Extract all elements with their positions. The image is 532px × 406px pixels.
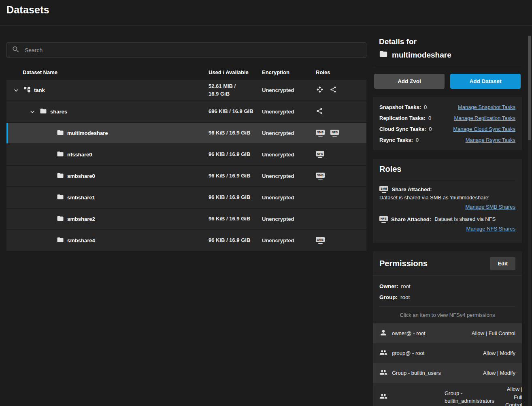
manage-smb-shares-link[interactable]: Manage SMB Shares [465,204,515,210]
col-dataset-name: Dataset Name [6,69,209,75]
table-row[interactable]: multimodeshare 96 KiB / 16.9 GiB Unencry… [6,123,366,144]
manage-cloud-sync-tasks-link[interactable]: Manage Cloud Sync Tasks [453,126,515,132]
details-panel: Details for multimodeshare Add Zvol Add … [373,36,522,406]
col-used-available: Used / Available [209,69,262,75]
acl-item[interactable]: owner@ - root Allow | Full Control [373,323,522,343]
search-input[interactable] [24,47,361,54]
dataset-name: smbshare0 [67,173,95,179]
manage-nfs-shares-link[interactable]: Manage NFS Shares [466,226,515,232]
task-row: Rsync Tasks:0 Manage Rsync Tasks [379,135,515,145]
task-row: Replication Tasks:0 Manage Replication T… [379,113,515,124]
nfs-icon: NFS [316,151,324,158]
acl-who: owner@ - root [392,330,426,336]
scrollbar-track[interactable] [528,36,531,406]
table-row[interactable]: nfsshare0 96 KiB / 16.9 GiB Unencrypted … [6,144,366,166]
role-text: Dataset is shared via SMB as 'multimodes… [379,194,515,202]
edit-permissions-button[interactable]: Edit [490,257,515,270]
dataset-name: nfsshare0 [67,152,92,158]
people-icon [379,392,440,403]
people-icon [379,368,387,378]
people-icon [379,348,387,358]
encryption: Unencrypted [262,130,316,136]
role-item: SMB Share Attached: [379,186,515,194]
acl-item[interactable]: group@ - root Allow | Modify [373,343,522,363]
roles-cell [316,85,366,95]
details-dataset-title: multimodeshare [379,49,516,60]
roles-cell [316,107,366,116]
dataset-name: smbshare2 [67,216,95,222]
scrollbar-thumb[interactable] [528,36,531,140]
acl-perm: Allow | Modify [483,369,515,377]
encryption: Unencrypted [262,237,316,244]
permissions-card-title: Permissions [379,259,428,268]
nfs-icon: NFS [330,130,339,137]
table-row[interactable]: smbshare2 96 KiB / 16.9 GiB Unencrypted [6,209,366,230]
add-dataset-button[interactable]: Add Dataset [450,74,521,89]
acl-who: group@ - root [392,350,424,356]
used-available: 96 KiB / 16.9 GiB [209,215,262,223]
datasets-page: Datasets Dataset Name Used / Available E… [0,0,532,406]
chevron-down-icon[interactable] [28,108,36,116]
dataset-table-section: Dataset Name Used / Available Encryption… [6,42,366,252]
table-row[interactable]: smbshare4 96 KiB / 16.9 GiB Unencrypted … [6,230,366,252]
dataset-name: multimodeshare [67,130,108,136]
owner-group-block: Owner:root Group:root [373,276,522,306]
manage-rsync-tasks-link[interactable]: Manage Rsync Tasks [466,137,515,143]
roles-cell: NFS [316,151,366,158]
acl-item[interactable]: Group - builtin_administrators Allow | F… [373,383,522,406]
search-box [6,42,366,58]
folder-icon [57,236,64,245]
roles-cell: SMB NFS [316,130,366,137]
acl-who: Group - builtin_users [392,370,441,376]
encryption: Unencrypted [262,194,316,201]
used-available: 96 KiB / 16.9 GiB [209,194,262,201]
acl-item[interactable]: Group - builtin_users Allow | Modify [373,363,522,383]
task-row: Snapshot Tasks:0 Manage Snapshot Tasks [379,102,515,113]
search-icon [12,45,20,55]
used-available: 96 KiB / 16.9 GiB [209,237,262,244]
dataset-tree-icon [23,86,31,94]
encryption: Unencrypted [262,152,316,158]
smb-icon: SMB [316,173,325,179]
manage-replication-tasks-link[interactable]: Manage Replication Tasks [454,115,515,121]
person-icon [379,329,387,338]
smb-icon: SMB [316,237,325,244]
roles-cell: SMB [316,237,366,244]
table-row[interactable]: smbshare0 96 KiB / 16.9 GiB Unencrypted … [6,166,366,187]
task-row: Cloud Sync Tasks:0 Manage Cloud Sync Tas… [379,124,515,135]
details-heading: Details for [379,37,516,46]
role-item: NFS Share Attached: Dataset is shared vi… [379,215,515,224]
used-available: 96 KiB / 16.9 GiB [209,172,262,180]
apps-icon [316,85,324,95]
folder-icon [379,49,388,60]
chevron-down-icon[interactable] [12,86,20,94]
folder-icon [57,172,64,180]
used-available: 52.61 MiB / 16.9 GiB [209,83,262,98]
acl-perm: Allow | Full Control [505,385,522,406]
used-available: 696 KiB / 16.9 GiB [209,108,262,115]
table-row[interactable]: shares 696 KiB / 16.9 GiB Unencrypted [6,101,366,123]
acl-perm: Allow | Full Control [472,329,515,338]
divider [373,67,522,67]
tasks-card: Snapshot Tasks:0 Manage Snapshot Tasks R… [373,97,522,150]
nfs-icon: NFS [379,216,388,223]
col-roles: Roles [316,69,366,75]
manage-snapshot-tasks-link[interactable]: Manage Snapshot Tasks [458,104,515,110]
roles-card: Roles SMB Share Attached: Dataset is sha… [373,159,522,243]
col-encryption: Encryption [262,69,316,75]
acl-hint: Click an item to view NFSv4 permissions [373,307,522,323]
used-available: 96 KiB / 16.9 GiB [209,129,262,137]
roles-card-title: Roles [379,165,515,179]
dataset-name: smbshare4 [67,237,95,244]
smb-icon: SMB [379,186,388,193]
table-row[interactable]: smbshare1 96 KiB / 16.9 GiB Unencrypted [6,187,366,209]
add-zvol-button[interactable]: Add Zvol [374,74,445,89]
table-row[interactable]: tank 52.61 MiB / 16.9 GiB Unencrypted [6,80,366,101]
folder-icon [57,193,64,202]
folder-icon [57,150,64,159]
acl-who: Group - builtin_administrators [445,389,505,405]
folder-icon [40,107,47,116]
encryption: Unencrypted [262,87,316,93]
group-value: root [400,294,410,300]
share-icon [316,107,323,116]
